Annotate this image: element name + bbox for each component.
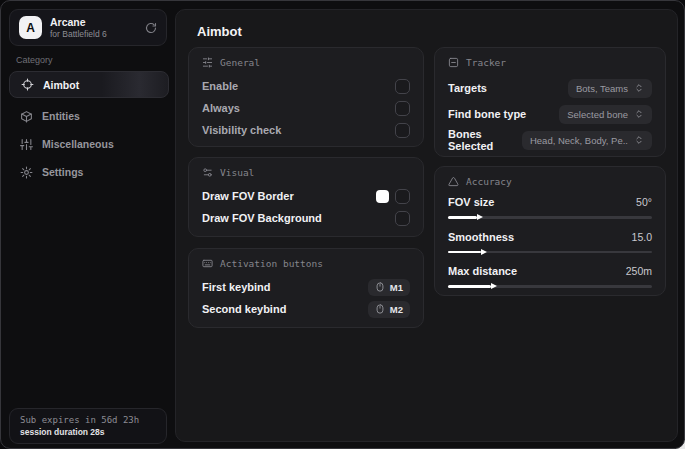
tracker-card-header: Tracker — [448, 57, 652, 68]
bones-selected-dropdown[interactable]: Head, Neck, Body, Pe.. — [522, 131, 652, 150]
brand-card: A Arcane for Battlefield 6 — [9, 9, 167, 46]
sliders-icon — [20, 138, 33, 151]
mouse-icon — [375, 282, 385, 292]
dropdown-value: Selected bone — [567, 109, 628, 120]
fov-size-slider[interactable] — [448, 216, 652, 219]
setting-row-visibility-check: Visibility check — [202, 119, 410, 141]
app-window: A Arcane for Battlefield 6 Category Aimb… — [0, 0, 685, 449]
brand-logo: A — [19, 16, 42, 39]
main-panel: Aimbot General Enable Always Visibili — [175, 9, 678, 442]
brand-text: Arcane for Battlefield 6 — [50, 16, 107, 39]
sidebar-item-settings[interactable]: Settings — [9, 158, 169, 186]
chevrons-up-down-icon — [634, 135, 644, 145]
mouse-icon — [375, 304, 385, 314]
always-checkbox[interactable] — [395, 101, 410, 116]
find-bone-type-dropdown[interactable]: Selected bone — [559, 105, 652, 124]
chevrons-up-down-icon — [634, 83, 644, 93]
subscription-info: Sub expires in 56d 23h session duration … — [9, 408, 167, 444]
setting-label: Find bone type — [448, 108, 526, 120]
slider-fill — [448, 251, 481, 254]
setting-label: Bones Selected — [448, 128, 522, 152]
slider-thumb[interactable] — [477, 214, 483, 220]
cube-icon — [20, 110, 33, 123]
fov-border-controls — [376, 189, 410, 204]
setting-row-find-bone-type: Find bone type Selected bone — [448, 101, 652, 127]
setting-label: First keybind — [202, 281, 270, 293]
category-label: Category — [16, 55, 53, 65]
general-card-title: General — [220, 57, 260, 68]
sidebar-item-label: Entities — [42, 110, 80, 122]
enable-checkbox[interactable] — [395, 79, 410, 94]
session-duration-text: session duration 28s — [20, 427, 156, 437]
setting-row-draw-fov-background: Draw FOV Background — [202, 207, 410, 229]
targets-dropdown[interactable]: Bots, Teams — [568, 79, 652, 98]
fov-border-color-swatch[interactable] — [376, 190, 389, 203]
sidebar-item-aimbot[interactable]: Aimbot — [9, 71, 169, 98]
first-keybind-button[interactable]: M1 — [368, 279, 410, 296]
brand-name: Arcane — [50, 16, 107, 28]
slider-value: 250m — [626, 265, 652, 277]
draw-fov-border-checkbox[interactable] — [395, 189, 410, 204]
sidebar-item-label: Miscellaneous — [42, 138, 114, 150]
slider-label: Smoothness — [448, 231, 514, 243]
minus-square-icon — [448, 57, 459, 68]
visual-card-header: Visual — [202, 167, 410, 178]
setting-row-always: Always — [202, 97, 410, 119]
chevrons-up-down-icon — [634, 109, 644, 119]
smoothness-slider[interactable] — [448, 251, 652, 254]
keybind-value: M1 — [390, 282, 403, 293]
sidebar-item-miscellaneous[interactable]: Miscellaneous — [9, 130, 169, 158]
sidebar: A Arcane for Battlefield 6 Category Aimb… — [1, 1, 175, 448]
max-distance-slider-group: Max distance 250m — [448, 263, 652, 288]
slider-label: FOV size — [448, 196, 494, 208]
sidebar-menu: Aimbot Entities Miscellaneous — [9, 71, 169, 186]
visual-card: Visual Draw FOV Border Draw FOV Backgrou… — [188, 157, 424, 237]
slider-thumb[interactable] — [491, 283, 497, 289]
slider-value: 50° — [636, 196, 652, 208]
general-card-header: General — [202, 57, 410, 68]
dropdown-value: Bots, Teams — [576, 83, 628, 94]
page-title: Aimbot — [197, 24, 242, 39]
setting-label: Draw FOV Background — [202, 212, 322, 224]
setting-row-bones-selected: Bones Selected Head, Neck, Body, Pe.. — [448, 127, 652, 153]
sidebar-item-label: Aimbot — [43, 79, 79, 91]
draw-fov-background-checkbox[interactable] — [395, 211, 410, 226]
fov-size-slider-group: FOV size 50° — [448, 194, 652, 219]
setting-row-first-keybind: First keybind M1 — [202, 276, 410, 298]
tracker-card-title: Tracker — [466, 57, 506, 68]
crosshair-icon — [21, 78, 34, 91]
sub-expires-text: Sub expires in 56d 23h — [20, 415, 156, 425]
accuracy-card-header: Accuracy — [448, 176, 652, 187]
brand-subtitle: for Battlefield 6 — [50, 29, 107, 39]
setting-label: Always — [202, 102, 240, 114]
max-distance-slider[interactable] — [448, 285, 652, 288]
refresh-icon[interactable] — [145, 22, 157, 34]
sliders-horizontal-icon — [202, 57, 213, 68]
visibility-check-checkbox[interactable] — [395, 123, 410, 138]
setting-row-second-keybind: Second keybind M2 — [202, 298, 410, 320]
tracker-card: Tracker Targets Bots, Teams Find bone ty… — [434, 47, 666, 157]
activation-card: Activation buttons First keybind M1 Seco… — [188, 248, 424, 328]
visual-card-title: Visual — [220, 167, 254, 178]
slider-fill — [448, 216, 477, 219]
slider-label: Max distance — [448, 265, 517, 277]
dropdown-value: Head, Neck, Body, Pe.. — [530, 135, 628, 146]
setting-row-targets: Targets Bots, Teams — [448, 75, 652, 101]
activation-card-header: Activation buttons — [202, 258, 410, 269]
triangle-icon — [448, 176, 459, 187]
gear-icon — [20, 166, 33, 179]
smoothness-slider-group: Smoothness 15.0 — [448, 229, 652, 254]
sidebar-item-label: Settings — [42, 166, 83, 178]
setting-label: Visibility check — [202, 124, 281, 136]
keybind-value: M2 — [390, 304, 403, 315]
setting-label: Targets — [448, 82, 487, 94]
slider-fill — [448, 285, 491, 288]
setting-label: Second keybind — [202, 303, 286, 315]
activation-card-title: Activation buttons — [220, 258, 323, 269]
second-keybind-button[interactable]: M2 — [368, 301, 410, 318]
slider-thumb[interactable] — [481, 249, 487, 255]
sidebar-item-entities[interactable]: Entities — [9, 102, 169, 130]
general-card: General Enable Always Visibility check — [188, 47, 424, 147]
adjustments-icon — [202, 167, 213, 178]
setting-label: Draw FOV Border — [202, 190, 294, 202]
